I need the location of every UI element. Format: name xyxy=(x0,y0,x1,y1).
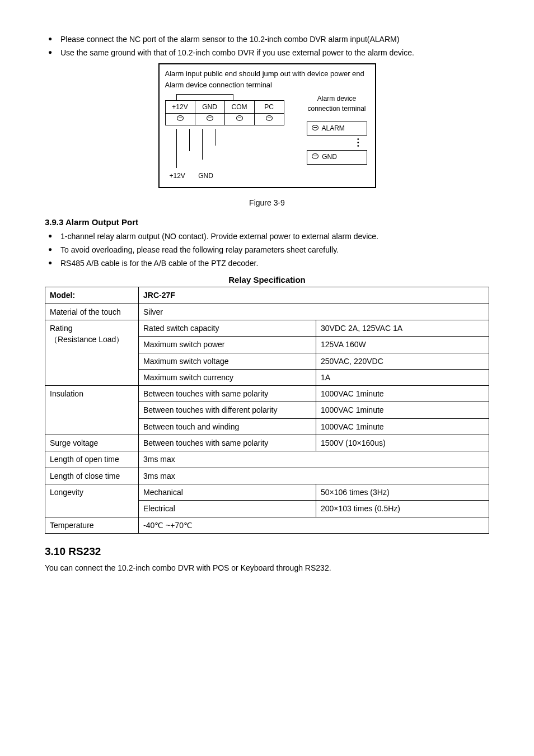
cell: Between touches with same polarity xyxy=(139,435,316,451)
relay-alarm-label: ALARM xyxy=(322,124,345,132)
table-row: Length of close time 3ms max xyxy=(45,468,489,484)
cell: 30VDC 2A, 125VAC 1A xyxy=(316,320,489,336)
bullet-item: Please connect the NC port of the alarm … xyxy=(45,34,489,45)
cell: 3ms max xyxy=(139,468,489,484)
screw-icon xyxy=(266,115,273,121)
section-heading-393: 3.9.3 Alarm Output Port xyxy=(45,216,489,228)
cell: Between touches with same polarity xyxy=(139,386,316,402)
table-row: Model: JRC-27F xyxy=(45,287,489,304)
bottom-label-12v: +12V xyxy=(170,172,185,180)
screw-icon xyxy=(312,125,318,130)
cell-surge-label: Surge voltage xyxy=(45,435,139,451)
table-row: Surge voltage Between touches with same … xyxy=(45,435,489,451)
table-row: Temperature -40℃ ~+70℃ xyxy=(45,517,489,533)
top-bullet-list: Please connect the NC port of the alarm … xyxy=(45,34,489,59)
cell: -40℃ ~+70℃ xyxy=(139,517,489,533)
relay-spec-table: Model: JRC-27F Material of the touch Sil… xyxy=(45,287,489,533)
cell-close-label: Length of close time xyxy=(45,468,139,484)
screw-icon xyxy=(312,153,318,159)
cell: 250VAC, 220VDC xyxy=(316,353,489,369)
left-terminal-group: +12V GND COM PC xyxy=(160,94,284,181)
cell: 125VA 160W xyxy=(316,337,489,353)
relay-spec-title: Relay Specification xyxy=(45,274,489,286)
table-row: Longevity Mechanical 50×106 times (3Hz) xyxy=(45,484,489,500)
bottom-label-gnd: GND xyxy=(198,172,213,180)
cell-temp-label: Temperature xyxy=(45,517,139,533)
screw-icon xyxy=(177,115,184,121)
diagram-top-caption: Alarm input public end should jump out w… xyxy=(165,69,367,80)
rs232-text: You can connect the 10.2-inch combo DVR … xyxy=(45,562,489,573)
diagram-container: Alarm input public end should jump out w… xyxy=(45,63,489,188)
wiring-diagram: Alarm input public end should jump out w… xyxy=(158,63,376,188)
bullet-item: 1-channel relay alarm output (NO contact… xyxy=(45,231,489,242)
cell: Mechanical xyxy=(139,484,316,500)
cell: Between touch and winding xyxy=(139,418,316,435)
cell: Maximum switch power xyxy=(139,337,316,353)
table-row: Rating （Resistance Load） Rated switch ca… xyxy=(45,320,489,336)
cell-material-label: Material of the touch xyxy=(45,304,139,320)
table-row: Insulation Between touches with same pol… xyxy=(45,386,489,402)
cell: 1500V (10×160us) xyxy=(316,435,489,451)
cell: 50×106 times (3Hz) xyxy=(316,484,489,500)
cell: 1000VAC 1minute xyxy=(316,386,489,402)
table-row: Length of open time 3ms max xyxy=(45,451,489,468)
terminal-col-12v: +12V xyxy=(165,101,195,114)
cell-longevity-label: Longevity xyxy=(45,484,139,517)
cell: 3ms max xyxy=(139,451,489,468)
bullet-item: Use the same ground with that of 10.2-in… xyxy=(45,47,489,58)
cell: 200×103 times (0.5Hz) xyxy=(316,501,489,517)
cell: 1A xyxy=(316,369,489,385)
cell-model-label: Model: xyxy=(45,287,139,304)
cell-insulation-label: Insulation xyxy=(45,386,139,435)
terminal-col-com: COM xyxy=(224,101,254,114)
right-label-2: connection terminal xyxy=(307,104,367,114)
figure-caption: Figure 3-9 xyxy=(45,197,489,208)
terminal-col-gnd: GND xyxy=(195,101,224,114)
right-label-1: Alarm device xyxy=(307,94,367,104)
cell: Maximum switch currency xyxy=(139,369,316,385)
cell: 1000VAC 1minute xyxy=(316,418,489,435)
diagram-sub-caption: Alarm device connection terminal xyxy=(165,80,367,91)
wire-line xyxy=(176,129,177,168)
relay-gnd-terminal: GND xyxy=(307,150,367,164)
cell: Rated switch capacity xyxy=(139,320,316,336)
terminal-col-pc: PC xyxy=(254,101,284,114)
cell-material-value: Silver xyxy=(139,304,489,320)
cell: Maximum switch voltage xyxy=(139,353,316,369)
cell: 1000VAC 1minute xyxy=(316,402,489,418)
cell-rating-label: Rating （Resistance Load） xyxy=(45,320,139,385)
table-row: Material of the touch Silver xyxy=(45,304,489,320)
cell-open-label: Length of open time xyxy=(45,451,139,468)
section-heading-rs232: 3.10 RS232 xyxy=(45,544,489,559)
bullet-item: To avoid overloading, please read the fo… xyxy=(45,244,489,255)
right-terminal-group: Alarm device connection terminal ALARM •… xyxy=(307,94,367,167)
screw-icon xyxy=(207,115,213,121)
dots-icon: ••• xyxy=(307,138,367,148)
cell: Between touches with different polarity xyxy=(139,402,316,418)
terminal-table: +12V GND COM PC xyxy=(165,100,284,125)
bullet-item: RS485 A/B cable is for the A/B cable of … xyxy=(45,258,489,269)
cell: Electrical xyxy=(139,501,316,517)
relay-alarm-terminal: ALARM xyxy=(307,122,367,136)
cell-model-value: JRC-27F xyxy=(139,287,489,304)
relay-gnd-label: GND xyxy=(322,153,337,161)
screw-icon xyxy=(236,115,243,121)
mid-bullet-list: 1-channel relay alarm output (NO contact… xyxy=(45,231,489,269)
